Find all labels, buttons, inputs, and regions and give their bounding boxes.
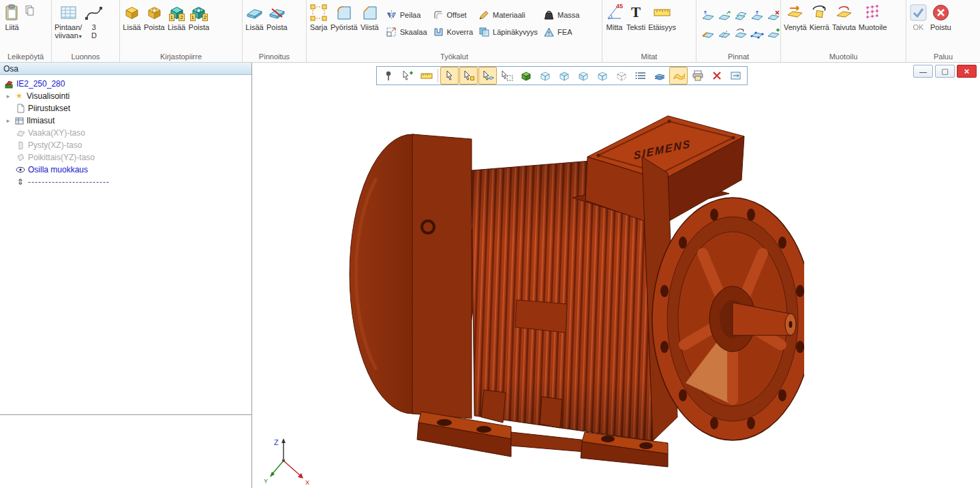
pin-button[interactable] (379, 67, 397, 85)
library-add-button[interactable]: Lisää (121, 1, 142, 33)
text-button[interactable]: T Teksti (625, 1, 647, 33)
paste-button[interactable]: Liitä (1, 1, 22, 33)
minimize-button[interactable]: — (913, 65, 933, 78)
transparency-button[interactable]: Läpinäkyvyys (476, 23, 540, 40)
library-remove-icon (145, 3, 164, 22)
fillet-label: Pyöristä (331, 23, 358, 31)
library-remove2-button[interactable]: 1 2 Poista (187, 1, 211, 33)
axis-x-label: X (305, 479, 309, 486)
cursor-face-button[interactable] (478, 67, 497, 85)
wire-box-button-2[interactable] (555, 67, 573, 85)
twist-button[interactable]: Kierrä (808, 1, 831, 33)
ribbon-group-library-feature: Lisää Poista 1 2 Lisää (120, 0, 243, 62)
ghost-box-button[interactable] (612, 67, 630, 85)
tree-root-part[interactable]: IE2_250_280 (0, 78, 251, 90)
offset-button[interactable]: Offset (430, 6, 476, 23)
mirror-label: Peilaa (400, 11, 421, 19)
fillet-button[interactable]: Pyöristä (329, 1, 359, 33)
cursor-snap-button[interactable] (459, 67, 478, 85)
exit-button[interactable]: Poistu (929, 1, 953, 33)
mass-button[interactable]: Massa (540, 6, 582, 23)
maximize-button[interactable]: ▢ (935, 65, 955, 78)
close-button[interactable]: × (957, 65, 977, 78)
surface-rotate-button[interactable] (733, 25, 748, 42)
mirror-button[interactable]: Peilaa (383, 6, 430, 23)
cursor-select-icon (444, 70, 456, 81)
tree-item-label: ------------------------ (28, 177, 110, 187)
pattern-button[interactable]: Sarja (308, 1, 329, 33)
expander-icon[interactable]: ▸ (5, 117, 12, 124)
cursor-snap-icon (463, 70, 475, 81)
page-icon (16, 104, 25, 113)
eye-icon (16, 166, 25, 174)
coating-remove-label: Poista (266, 23, 288, 31)
copy-button[interactable] (22, 1, 37, 22)
feature-list-button[interactable] (631, 67, 649, 85)
material-button[interactable]: Materiaali (476, 6, 540, 23)
badge-1: 1 (190, 14, 196, 21)
layers-button[interactable] (650, 67, 669, 85)
tree-item-plane-xz[interactable]: Pysty(XZ)-taso (0, 139, 251, 151)
sketch-3d-button[interactable]: 3 D (83, 1, 104, 42)
surface-raise-button[interactable] (700, 7, 716, 24)
tree-item-plane-xy[interactable]: Vaaka(XY)-taso (0, 127, 251, 139)
tree-item-label: Poikittais(YZ)-taso (28, 153, 95, 162)
tree-item-separator[interactable]: ⇕ ------------------------ (0, 176, 251, 188)
tree-item-drawings[interactable]: Piirustukset (0, 102, 251, 115)
motor-model[interactable]: SIEMENS (348, 97, 804, 468)
surface-copy-button[interactable] (733, 7, 748, 24)
axis-z-label: Z (274, 438, 279, 446)
part-icon (4, 80, 14, 89)
transfer-button[interactable] (726, 67, 745, 85)
shell-button[interactable]: Koverra (430, 23, 476, 40)
ribbon-group-label-coating: Pinnoitus (243, 52, 306, 61)
plane-yz-icon (16, 153, 25, 162)
ribbon-group-label-sketch: Luonnos (52, 52, 119, 61)
ok-button[interactable]: OK (908, 1, 929, 33)
pick-filter-button[interactable] (497, 67, 516, 85)
wire-box-icon-1 (539, 70, 551, 81)
select-new-button[interactable] (398, 67, 416, 85)
chamfer-button[interactable]: Viistä (359, 1, 380, 33)
viewport-3d[interactable]: — ▢ × (252, 63, 980, 488)
wire-box-button-3[interactable] (574, 67, 592, 85)
scale-button[interactable]: Skaalaa (383, 23, 430, 40)
wire-box-button-1[interactable] (536, 67, 554, 85)
coating-remove-button[interactable]: Poista (265, 1, 289, 33)
badge-2: 2 (202, 14, 208, 21)
surface-edge-button[interactable] (700, 25, 716, 42)
surface-nodes-button[interactable] (749, 25, 765, 42)
shaded-surface-button[interactable] (669, 67, 688, 85)
expander-icon[interactable]: ▸ (5, 93, 12, 100)
measure-button[interactable] (417, 67, 435, 85)
distance-button[interactable]: Etäisyys (647, 1, 677, 33)
fea-button[interactable]: FEA (540, 23, 582, 40)
surface-split-button[interactable] (716, 25, 732, 42)
library-remove-button[interactable]: Poista (142, 1, 166, 33)
library-add2-button[interactable]: 1 2 Lisää (166, 1, 187, 33)
chamfer-label: Viistä (361, 23, 379, 31)
surface-split-icon (718, 27, 731, 40)
bend-button[interactable]: Taivuta (831, 1, 857, 33)
coating-add-button[interactable]: Lisää (244, 1, 265, 33)
stretch-button[interactable]: Venytä (782, 1, 808, 33)
surface-add-button[interactable] (765, 25, 781, 42)
tools-small-grid: Peilaa Skaalaa Offset (383, 6, 583, 40)
freeform-button[interactable]: Muotoile (857, 1, 889, 33)
dimension-button[interactable]: 45 Mitta (604, 1, 625, 33)
surface-extend-button[interactable] (716, 7, 732, 24)
surface-delete-button[interactable] (765, 7, 781, 24)
cursor-select-button[interactable] (440, 67, 459, 85)
tree-item-edit-with-parts[interactable]: Osilla muokkaus (0, 164, 251, 176)
delete-button[interactable] (707, 67, 726, 85)
tree-item-plane-yz[interactable]: Poikittais(YZ)-taso (0, 151, 251, 164)
tree-item-visualization[interactable]: ▸ ☀ Visualisointi (0, 90, 251, 102)
print-button[interactable] (688, 67, 707, 85)
sketch-on-surface-button[interactable]: Pintaan/ viivaan▾ (53, 1, 83, 43)
wire-box-button-4[interactable] (593, 67, 611, 85)
solid-mode-button[interactable] (517, 67, 535, 85)
surface-move-button[interactable] (749, 7, 765, 24)
ribbon-group-dimensions: 45 Mitta T Teksti Etäisyys Mitat (602, 0, 696, 62)
tree-item-appearances[interactable]: ▸ Ilmiasut (0, 115, 251, 127)
list-icon (634, 70, 647, 81)
